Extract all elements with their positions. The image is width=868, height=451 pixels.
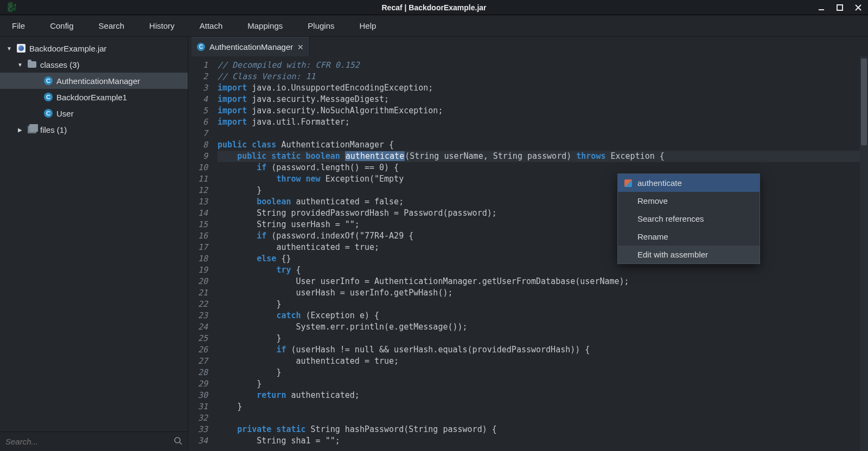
close-icon[interactable]: ✕ xyxy=(297,43,304,51)
code-editor[interactable]: 1234567891011121314151617181920212223242… xyxy=(188,56,868,451)
sidebar: ▼ BackdoorExample.jar ▼ classes (3) C Au… xyxy=(0,37,188,451)
window-title: Recaf | BackdoorExample.jar xyxy=(382,3,487,12)
tree-item-backdoorexample1[interactable]: C BackdoorExample1 xyxy=(0,89,188,105)
tree-item-label: User xyxy=(56,109,74,118)
svg-line-5 xyxy=(180,442,182,444)
folder-icon xyxy=(28,61,36,68)
tree-classes-folder[interactable]: ▼ classes (3) xyxy=(0,56,188,73)
kali-logo-icon: 🐉 xyxy=(5,1,17,13)
menu-search[interactable]: Search xyxy=(97,18,127,34)
minimize-button[interactable] xyxy=(816,2,827,13)
ctx-item-authenticate[interactable]: authenticate xyxy=(618,174,760,192)
files-icon xyxy=(28,126,36,133)
tree-root-label: BackdoorExample.jar xyxy=(29,44,107,53)
titlebar: 🐉 Recaf | BackdoorExample.jar xyxy=(0,0,868,15)
editor-area: C AuthenticationManager ✕ 12345678910111… xyxy=(188,37,868,451)
method-icon xyxy=(624,179,632,187)
ctx-item-remove[interactable]: Remove xyxy=(618,192,760,210)
menu-config[interactable]: Config xyxy=(48,18,75,34)
menubar: File Config Search History Attach Mappin… xyxy=(0,15,868,37)
tree-files-label: files (1) xyxy=(40,125,67,134)
tab-bar: C AuthenticationManager ✕ xyxy=(188,37,868,56)
ctx-label: Edit with assembler xyxy=(637,250,708,259)
tree-item-authenticationmanager[interactable]: C AuthenticationManager xyxy=(0,73,188,89)
close-button[interactable] xyxy=(853,2,864,13)
jar-icon xyxy=(17,44,25,53)
maximize-button[interactable] xyxy=(834,2,845,13)
sidebar-search xyxy=(0,431,188,451)
scrollbar-thumb[interactable] xyxy=(861,59,867,145)
tree-item-user[interactable]: C User xyxy=(0,105,188,121)
context-menu: authenticate Remove Search references Re… xyxy=(617,173,760,264)
vertical-scrollbar[interactable] xyxy=(860,56,868,451)
tree-classes-label: classes (3) xyxy=(40,60,80,69)
menu-help[interactable]: Help xyxy=(358,18,379,34)
search-input[interactable] xyxy=(5,437,174,446)
file-tree: ▼ BackdoorExample.jar ▼ classes (3) C Au… xyxy=(0,37,188,431)
menu-plugins[interactable]: Plugins xyxy=(305,18,336,34)
tab-label: AuthenticationManager xyxy=(209,42,293,51)
svg-rect-1 xyxy=(837,5,843,10)
window-controls xyxy=(816,0,864,15)
tree-files-folder[interactable]: ▶ files (1) xyxy=(0,121,188,138)
code-content[interactable]: // Decompiled with: CFR 0.152// Class Ve… xyxy=(213,56,860,451)
chevron-down-icon[interactable]: ▼ xyxy=(5,46,13,51)
class-icon: C xyxy=(197,43,205,51)
menu-file[interactable]: File xyxy=(10,18,27,34)
ctx-item-rename[interactable]: Rename xyxy=(618,228,760,246)
ctx-item-search-references[interactable]: Search references xyxy=(618,210,760,228)
chevron-right-icon[interactable]: ▶ xyxy=(16,127,24,133)
class-icon: C xyxy=(44,109,53,118)
ctx-label: authenticate xyxy=(637,178,682,188)
ctx-label: Search references xyxy=(637,214,704,223)
tree-item-label: AuthenticationManager xyxy=(56,76,140,86)
chevron-down-icon[interactable]: ▼ xyxy=(16,62,24,68)
tab-authenticationmanager[interactable]: C AuthenticationManager ✕ xyxy=(192,37,310,56)
ctx-label: Remove xyxy=(637,196,668,205)
class-icon: C xyxy=(44,76,53,85)
menu-mappings[interactable]: Mappings xyxy=(245,18,285,34)
ctx-label: Rename xyxy=(637,232,668,241)
menu-attach[interactable]: Attach xyxy=(197,18,225,34)
tree-item-label: BackdoorExample1 xyxy=(56,93,127,102)
svg-rect-0 xyxy=(819,9,824,10)
class-icon: C xyxy=(44,93,53,101)
tree-root-jar[interactable]: ▼ BackdoorExample.jar xyxy=(0,40,188,56)
ctx-item-edit-with-assembler[interactable]: Edit with assembler xyxy=(618,246,760,263)
svg-point-4 xyxy=(175,437,180,443)
search-icon[interactable] xyxy=(174,436,182,447)
line-number-gutter: 1234567891011121314151617181920212223242… xyxy=(188,56,213,451)
menu-history[interactable]: History xyxy=(147,18,177,34)
